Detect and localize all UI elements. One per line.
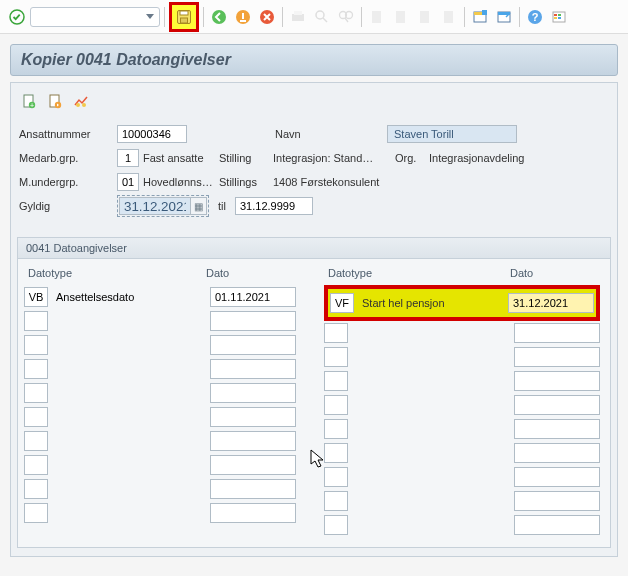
layout-icon[interactable] [493,6,515,28]
desc-input[interactable] [52,503,206,523]
date-input[interactable] [210,431,296,451]
svg-rect-7 [292,14,304,21]
doc-add-icon[interactable]: + [19,91,39,111]
columns: Datotype Dato Datotype Dato [18,259,610,547]
code-input[interactable] [324,491,348,511]
input-gyldig-from[interactable] [119,197,191,215]
ok-icon[interactable] [6,6,28,28]
desc-input[interactable] [52,311,206,331]
code-input[interactable] [24,383,48,403]
date-input[interactable] [514,323,600,343]
code-input[interactable] [330,293,354,313]
code-input[interactable] [324,515,348,535]
svg-point-9 [316,11,324,19]
desc-input[interactable] [52,479,206,499]
date-input[interactable] [210,455,296,475]
save-button-highlight [169,2,199,32]
new-window-icon[interactable] [469,6,491,28]
code-input[interactable] [324,323,348,343]
date-input[interactable] [514,491,600,511]
date-input[interactable] [210,503,296,523]
exit-icon[interactable] [232,6,254,28]
desc-input[interactable] [352,371,510,391]
desc-input[interactable] [52,335,206,355]
label-stillings: Stillings [219,176,269,188]
date-input[interactable] [210,287,296,307]
code-input[interactable] [324,443,348,463]
row-mundergrp: M.undergrp. Hovedlønns… Stillings 1408 F… [19,171,607,193]
date-input[interactable] [210,383,296,403]
code-input[interactable] [24,335,48,355]
desc-input[interactable] [352,347,510,367]
date-input[interactable] [508,293,594,313]
table-row [24,285,296,309]
find-icon [311,6,333,28]
desc-input[interactable] [352,515,510,535]
code-input[interactable] [324,467,348,487]
desc-input[interactable] [352,443,510,463]
table-row [24,381,296,405]
code-input[interactable] [324,347,348,367]
date-input[interactable] [514,443,600,463]
help-icon[interactable]: ? [524,6,546,28]
overview-icon[interactable] [71,91,91,111]
code-input[interactable] [24,287,48,307]
input-ansattnummer[interactable] [117,125,187,143]
code-input[interactable] [324,395,348,415]
settings-icon[interactable] [548,6,570,28]
code-input[interactable] [24,431,48,451]
desc-input[interactable] [52,359,206,379]
code-input[interactable] [24,503,48,523]
date-input[interactable] [210,335,296,355]
code-input[interactable] [24,455,48,475]
print-icon [287,6,309,28]
command-dropdown[interactable] [30,7,160,27]
input-mundergrp[interactable] [117,173,139,191]
table-row [324,489,600,513]
save-icon [176,9,192,25]
calendar-icon[interactable]: ▦ [191,197,207,215]
date-input[interactable] [514,515,600,535]
date-input[interactable] [210,407,296,427]
code-input[interactable] [324,371,348,391]
save-button[interactable] [173,6,195,28]
doc-next-icon[interactable] [45,91,65,111]
cancel-icon[interactable] [256,6,278,28]
code-input[interactable] [24,407,48,427]
date-input[interactable] [514,371,600,391]
table-row [324,441,600,465]
desc-input[interactable] [52,287,206,307]
desc-input[interactable] [358,293,504,313]
separator [282,7,283,27]
desc-input[interactable] [352,419,510,439]
code-input[interactable] [24,359,48,379]
date-input[interactable] [210,359,296,379]
date-input[interactable] [514,395,600,415]
desc-input[interactable] [52,455,206,475]
date-input[interactable] [210,479,296,499]
desc-input[interactable] [352,491,510,511]
desc-input[interactable] [352,395,510,415]
code-input[interactable] [324,419,348,439]
table-row [24,405,296,429]
desc-input[interactable] [352,323,510,343]
desc-input[interactable] [52,383,206,403]
back-icon[interactable] [208,6,230,28]
date-input[interactable] [514,467,600,487]
code-input[interactable] [24,311,48,331]
svg-line-10 [323,18,327,22]
desc-input[interactable] [52,431,206,451]
label-til: til [213,200,231,212]
input-medarb[interactable] [117,149,139,167]
desc-input[interactable] [52,407,206,427]
svg-rect-14 [372,11,381,23]
input-gyldig-til[interactable] [235,197,313,215]
code-input[interactable] [24,479,48,499]
desc-input[interactable] [352,467,510,487]
date-input[interactable] [514,419,600,439]
date-input[interactable] [514,347,600,367]
label-gyldig: Gyldig [19,200,113,212]
col-left: Datotype Dato [24,265,296,537]
date-input[interactable] [210,311,296,331]
svg-rect-20 [482,10,487,15]
